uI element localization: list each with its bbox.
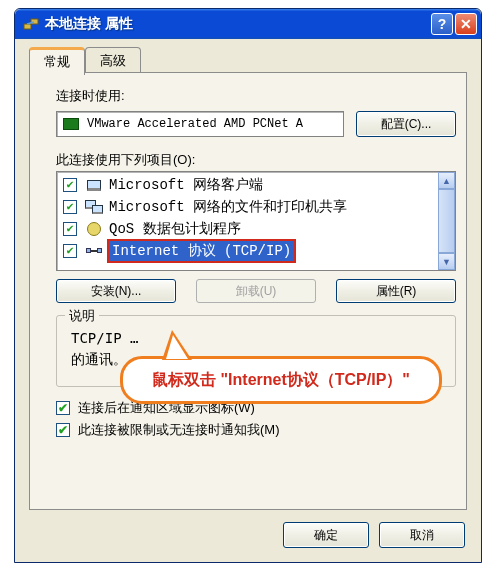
share-icon — [85, 199, 103, 215]
properties-dialog: 本地连接 属性 ? ✕ 常规 高级 连接时使用: VMware Accelera… — [14, 8, 482, 563]
scroll-thumb[interactable] — [438, 189, 455, 253]
description-legend: 说明 — [65, 307, 99, 325]
checkbox[interactable]: ✔ — [63, 222, 77, 236]
checkbox[interactable]: ✔ — [56, 401, 70, 415]
item-label: Microsoft 网络客户端 — [109, 176, 263, 194]
svg-rect-0 — [24, 24, 31, 29]
tcpip-icon — [85, 243, 103, 259]
client-icon — [85, 177, 103, 193]
checkbox[interactable]: ✔ — [63, 178, 77, 192]
close-button[interactable]: ✕ — [455, 13, 477, 35]
connection-icon — [23, 17, 39, 31]
ok-button[interactable]: 确定 — [283, 522, 369, 548]
scroll-up-button[interactable]: ▲ — [438, 172, 455, 189]
item-action-row: 安装(N)... 卸载(U) 属性(R) — [56, 279, 456, 303]
help-button[interactable]: ? — [431, 13, 453, 35]
item-label: QoS 数据包计划程序 — [109, 220, 241, 238]
window-title: 本地连接 属性 — [45, 15, 429, 33]
checkbox[interactable]: ✔ — [63, 244, 77, 258]
properties-button-label: 属性(R) — [376, 283, 417, 300]
list-item[interactable]: ✔ Microsoft 网络的文件和打印机共享 — [57, 196, 455, 218]
install-button[interactable]: 安装(N)... — [56, 279, 176, 303]
tab-advanced[interactable]: 高级 — [85, 47, 141, 74]
list-item[interactable]: ✔ QoS 数据包计划程序 — [57, 218, 455, 240]
dialog-body: 常规 高级 连接时使用: VMware Accelerated AMD PCNe… — [19, 39, 477, 558]
ok-button-label: 确定 — [314, 527, 338, 544]
items-label: 此连接使用下列项目(O): — [56, 151, 195, 169]
checkbox[interactable]: ✔ — [56, 423, 70, 437]
configure-button[interactable]: 配置(C)... — [356, 111, 456, 137]
tab-row: 常规 高级 — [29, 47, 141, 74]
scroll-down-button[interactable]: ▼ — [438, 253, 455, 270]
adapter-display: VMware Accelerated AMD PCNet A — [56, 111, 344, 137]
titlebar[interactable]: 本地连接 属性 ? ✕ — [15, 9, 481, 39]
dialog-button-row: 确定 取消 — [283, 522, 465, 548]
checkbox[interactable]: ✔ — [63, 200, 77, 214]
network-items-list[interactable]: ✔ Microsoft 网络客户端 ✔ Microsoft 网络的文件和打印机共… — [56, 171, 456, 271]
uninstall-button-label: 卸载(U) — [236, 283, 277, 300]
cancel-button[interactable]: 取消 — [379, 522, 465, 548]
option-notify-limited[interactable]: ✔ 此连接被限制或无连接时通知我(M) — [56, 421, 280, 439]
nic-icon — [63, 118, 79, 130]
adapter-name: VMware Accelerated AMD PCNet A — [87, 117, 303, 131]
tab-general[interactable]: 常规 — [29, 47, 85, 75]
callout-text: 鼠标双击 "Internet协议（TCP/IP）" — [152, 370, 410, 391]
option-label: 此连接被限制或无连接时通知我(M) — [78, 421, 280, 439]
connect-using-label: 连接时使用: — [56, 87, 125, 105]
item-label-selected: Internet 协议 (TCP/IP) — [109, 241, 294, 261]
tab-panel-general: 连接时使用: VMware Accelerated AMD PCNet A 配置… — [29, 72, 467, 510]
configure-button-label: 配置(C)... — [381, 116, 432, 133]
cancel-button-label: 取消 — [410, 527, 434, 544]
properties-button[interactable]: 属性(R) — [336, 279, 456, 303]
install-button-label: 安装(N)... — [91, 283, 142, 300]
qos-icon — [85, 221, 103, 237]
list-item[interactable]: ✔ Microsoft 网络客户端 — [57, 174, 455, 196]
uninstall-button: 卸载(U) — [196, 279, 316, 303]
list-scrollbar[interactable]: ▲ ▼ — [438, 172, 455, 270]
instruction-callout: 鼠标双击 "Internet协议（TCP/IP）" — [120, 356, 442, 404]
list-item[interactable]: ✔ Internet 协议 (TCP/IP) — [57, 240, 455, 262]
item-label: Microsoft 网络的文件和打印机共享 — [109, 198, 347, 216]
